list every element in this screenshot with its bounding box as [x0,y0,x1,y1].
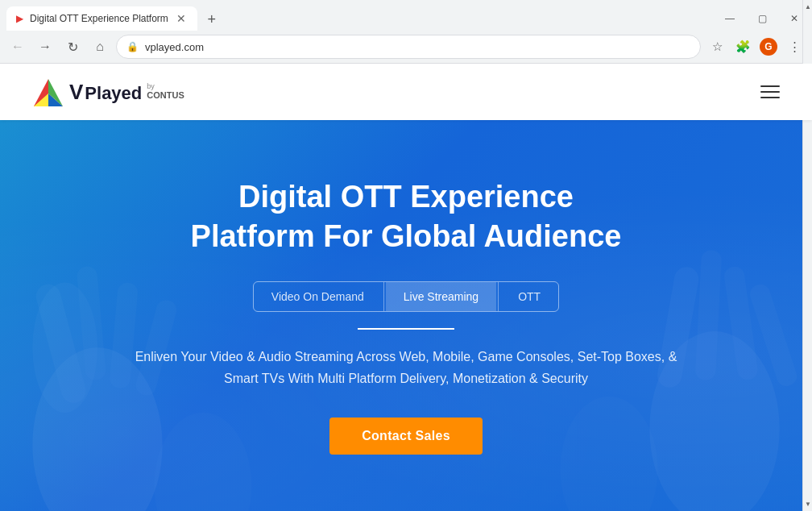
site-navbar: V Played by CONTUS [0,64,812,120]
hamburger-line-3 [760,97,780,98]
svg-rect-9 [77,266,106,381]
svg-point-7 [32,283,97,413]
new-tab-button[interactable]: + [201,8,223,31]
maximize-button[interactable]: ▢ [751,7,773,30]
minimize-button[interactable]: — [719,7,741,30]
logo-by-text: by [147,83,184,90]
extensions-icon[interactable]: 🧩 [731,35,754,58]
bookmark-icon[interactable]: ☆ [706,35,728,58]
reload-button[interactable]: ↻ [61,35,84,58]
logo-v-text: V [69,80,83,105]
scroll-up-arrow[interactable]: ▲ [803,0,812,14]
svg-rect-8 [33,281,88,405]
url-text: vplayed.com [145,41,204,53]
forward-button[interactable]: → [34,35,56,58]
tab-title: Digital OTT Experience Platform [30,13,168,24]
logo-icon [32,76,64,108]
logo-played-text: Played [85,83,142,104]
tab-active-underline [358,328,454,330]
hero-description: Enliven Your Video & Audio Streaming Acr… [132,346,680,389]
lock-icon: 🔒 [126,41,139,52]
tab-live-streaming[interactable]: Live Streaming [386,282,496,311]
tab-close-button[interactable]: ✕ [175,12,188,25]
back-button[interactable]: ← [6,35,29,58]
hamburger-line-2 [760,91,780,93]
browser-tab[interactable]: ▶ Digital OTT Experience Platform ✕ [6,6,197,31]
svg-point-17 [155,413,252,511]
site-logo: V Played by CONTUS [32,76,184,108]
scroll-down-arrow[interactable]: ▼ [803,497,812,511]
hero-section: Digital OTT Experience Platform For Glob… [0,120,812,511]
hamburger-line-1 [760,85,780,87]
svg-rect-15 [723,265,759,380]
svg-point-18 [561,397,658,511]
svg-rect-16 [748,282,799,388]
website-content: V Played by CONTUS [0,64,812,511]
hamburger-menu[interactable] [760,85,780,98]
tab-favicon: ▶ [16,13,23,24]
tab-divider-2 [498,282,499,311]
profile-icon[interactable]: G [757,35,780,58]
hero-title: Digital OTT Experience Platform For Glob… [191,177,622,257]
svg-rect-14 [695,250,723,380]
hero-tab-buttons: Video On Demand Live Streaming OTT [253,281,559,312]
home-button[interactable]: ⌂ [89,35,111,58]
address-bar[interactable]: 🔒 vplayed.com [116,35,701,59]
tab-divider-1 [383,282,384,311]
tab-video-on-demand[interactable]: Video On Demand [254,282,382,311]
contact-sales-button[interactable]: Contact Sales [329,418,483,455]
logo-contus-text: CONTUS [147,90,184,101]
tab-ott[interactable]: OTT [500,282,558,311]
svg-text:G: G [764,41,772,52]
